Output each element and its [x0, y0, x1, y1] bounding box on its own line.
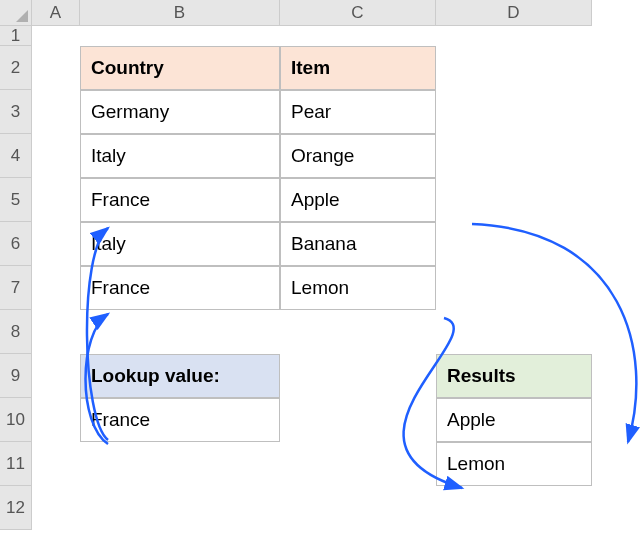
row-header-1[interactable]: 1: [0, 26, 32, 46]
spreadsheet: A B C D 1 2 3 4 5 6 7 8 9 10 11 12 Count…: [0, 0, 641, 553]
cell-D10-result-1[interactable]: Apple: [436, 398, 592, 442]
row-header-4[interactable]: 4: [0, 134, 32, 178]
col-header-C[interactable]: C: [280, 0, 436, 26]
row-header-2[interactable]: 2: [0, 46, 32, 90]
cell-B10-lookup-value[interactable]: France: [80, 398, 280, 442]
cell-D9-results-label[interactable]: Results: [436, 354, 592, 398]
cell-B2-header-country[interactable]: Country: [80, 46, 280, 90]
cell-D11-result-2[interactable]: Lemon: [436, 442, 592, 486]
col-header-D[interactable]: D: [436, 0, 592, 26]
svg-marker-0: [16, 10, 28, 22]
cell-C7[interactable]: Lemon: [280, 266, 436, 310]
cell-B9-lookup-label[interactable]: Lookup value:: [80, 354, 280, 398]
row-header-10[interactable]: 10: [0, 398, 32, 442]
row-header-6[interactable]: 6: [0, 222, 32, 266]
row-header-7[interactable]: 7: [0, 266, 32, 310]
cell-C6[interactable]: Banana: [280, 222, 436, 266]
cell-B6[interactable]: Italy: [80, 222, 280, 266]
cell-B3[interactable]: Germany: [80, 90, 280, 134]
cell-C4[interactable]: Orange: [280, 134, 436, 178]
row-header-12[interactable]: 12: [0, 486, 32, 530]
col-header-B[interactable]: B: [80, 0, 280, 26]
select-all-corner[interactable]: [0, 0, 32, 26]
col-header-A[interactable]: A: [32, 0, 80, 26]
row-header-11[interactable]: 11: [0, 442, 32, 486]
row-header-8[interactable]: 8: [0, 310, 32, 354]
grid-area[interactable]: Country Item Germany Pear Italy Orange F…: [32, 26, 641, 553]
cell-B4[interactable]: Italy: [80, 134, 280, 178]
cell-B7[interactable]: France: [80, 266, 280, 310]
row-header-9[interactable]: 9: [0, 354, 32, 398]
row-header-5[interactable]: 5: [0, 178, 32, 222]
cell-B5[interactable]: France: [80, 178, 280, 222]
cell-C3[interactable]: Pear: [280, 90, 436, 134]
cell-C2-header-item[interactable]: Item: [280, 46, 436, 90]
row-header-3[interactable]: 3: [0, 90, 32, 134]
cell-C5[interactable]: Apple: [280, 178, 436, 222]
